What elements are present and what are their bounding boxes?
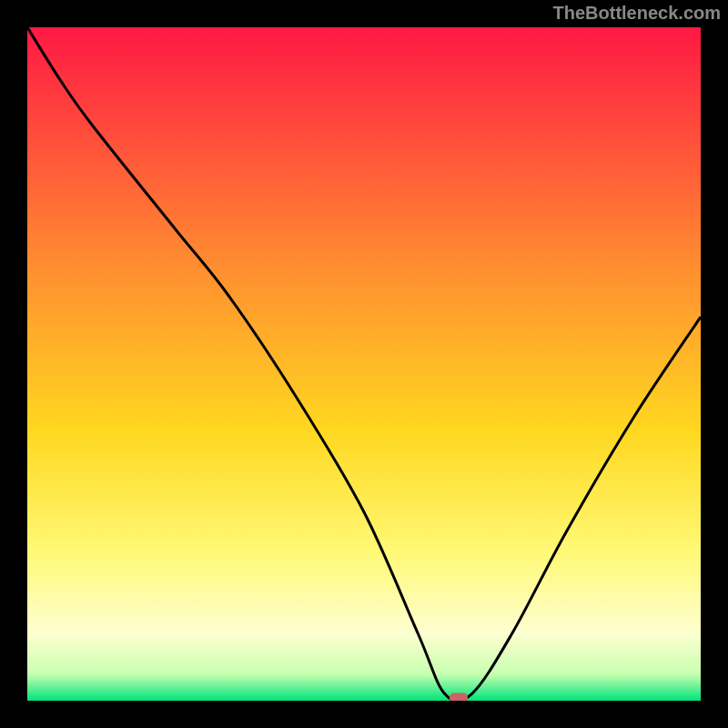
plot-area [27,27,701,701]
chart-svg [27,27,701,701]
chart-frame: TheBottleneck.com [0,0,728,728]
focus-marker [450,693,468,702]
watermark-text: TheBottleneck.com [553,3,721,24]
gradient-background [27,27,701,701]
